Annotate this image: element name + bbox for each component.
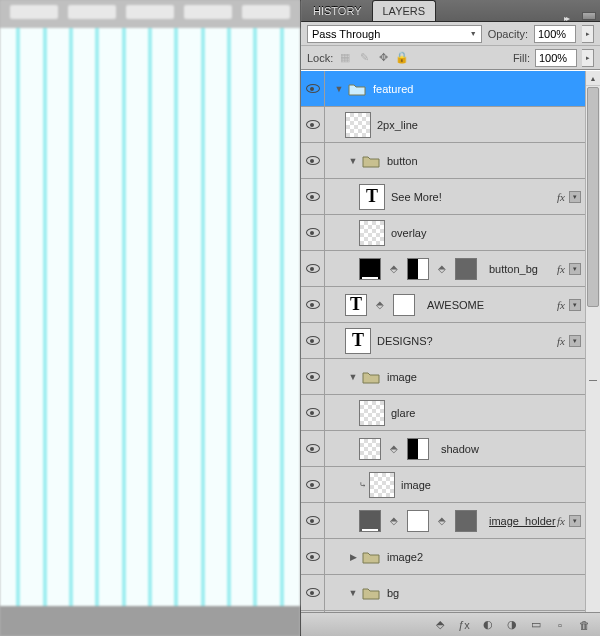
visibility-toggle[interactable]	[301, 251, 325, 286]
fx-badge[interactable]: fx	[557, 515, 569, 527]
layer-row[interactable]: TSee More!fx▾	[301, 179, 585, 215]
layer-row[interactable]: ⬘⬘button_bgfx▾	[301, 251, 585, 287]
layer-row[interactable]: overlay	[301, 215, 585, 251]
layer-style-icon[interactable]: ƒx	[454, 616, 474, 634]
eye-icon	[306, 264, 320, 273]
fill-flyout-icon[interactable]: ▸	[582, 49, 594, 67]
fx-expand-icon[interactable]: ▾	[569, 191, 581, 203]
visibility-toggle[interactable]	[301, 431, 325, 466]
layer-row[interactable]: glare	[301, 395, 585, 431]
layer-name[interactable]: image	[401, 479, 431, 491]
layer-row[interactable]: ▼image	[301, 359, 585, 395]
fx-expand-icon[interactable]: ▾	[569, 263, 581, 275]
layer-name[interactable]: 2px_line	[377, 119, 418, 131]
visibility-toggle[interactable]	[301, 215, 325, 250]
visibility-toggle[interactable]	[301, 143, 325, 178]
layer-name[interactable]: image2	[387, 551, 423, 563]
layer-name[interactable]: overlay	[391, 227, 426, 239]
adjustment-layer-icon[interactable]: ◑	[502, 616, 522, 634]
visibility-toggle[interactable]	[301, 323, 325, 358]
visibility-toggle[interactable]	[301, 611, 325, 612]
layer-name[interactable]: featured	[373, 83, 413, 95]
link-icon: ⬘	[389, 436, 399, 462]
visibility-toggle[interactable]	[301, 179, 325, 214]
layer-row[interactable]: T⬘AWESOMEfx▾	[301, 287, 585, 323]
scrollbar-thumb[interactable]	[587, 87, 599, 307]
fx-expand-icon[interactable]: ▾	[569, 299, 581, 311]
layer-name[interactable]: See More!	[391, 191, 442, 203]
layer-row[interactable]: ⬘shadow	[301, 431, 585, 467]
visibility-toggle[interactable]	[301, 539, 325, 574]
layer-row[interactable]: ▼bg	[301, 575, 585, 611]
layer-row[interactable]: ⬘featured_bg	[301, 611, 585, 612]
lock-position-icon[interactable]: ✥	[376, 51, 390, 65]
layer-row[interactable]: ⤷image	[301, 467, 585, 503]
fx-badge[interactable]: fx	[557, 191, 569, 203]
opacity-flyout-icon[interactable]: ▸	[582, 25, 594, 43]
layer-name[interactable]: shadow	[441, 443, 479, 455]
dropdown-arrow-icon: ▼	[470, 30, 477, 37]
eye-icon	[306, 408, 320, 417]
layer-row[interactable]: ▼featured	[301, 71, 585, 107]
visibility-toggle[interactable]	[301, 395, 325, 430]
lock-transparency-icon[interactable]: ▦	[338, 51, 352, 65]
lock-pixels-icon[interactable]: ✎	[357, 51, 371, 65]
layer-name[interactable]: button_bg	[489, 263, 538, 275]
pixel-thumb	[345, 112, 371, 138]
opacity-input[interactable]: 100%	[534, 25, 576, 43]
layer-row[interactable]: TDESIGNS?fx▾	[301, 323, 585, 359]
layer-name[interactable]: bg	[387, 587, 399, 599]
visibility-toggle[interactable]	[301, 503, 325, 538]
folder-icon	[361, 148, 381, 174]
eye-icon	[306, 444, 320, 453]
fx-badge[interactable]: fx	[557, 335, 569, 347]
panel-menu-icon[interactable]	[582, 12, 596, 20]
twisty-icon[interactable]: ▼	[347, 587, 359, 599]
layer-row[interactable]: ▶image2	[301, 539, 585, 575]
layer-name[interactable]: image	[387, 371, 417, 383]
blend-mode-select[interactable]: Pass Through ▼	[307, 25, 482, 43]
visibility-toggle[interactable]	[301, 467, 325, 502]
visibility-toggle[interactable]	[301, 575, 325, 610]
layer-name[interactable]: AWESOME	[427, 299, 484, 311]
visibility-toggle[interactable]	[301, 359, 325, 394]
visibility-toggle[interactable]	[301, 71, 325, 106]
new-group-icon[interactable]: ▭	[526, 616, 546, 634]
tab-history[interactable]: HISTORY	[303, 1, 372, 21]
document-canvas[interactable]	[0, 0, 300, 636]
layer-name[interactable]: DESIGNS?	[377, 335, 433, 347]
layer-name[interactable]: button	[387, 155, 418, 167]
mask-thumb	[407, 438, 429, 460]
new-layer-icon[interactable]: ▫	[550, 616, 570, 634]
visibility-toggle[interactable]	[301, 107, 325, 142]
twisty-icon[interactable]: ▼	[347, 371, 359, 383]
twisty-icon[interactable]: ▼	[333, 83, 345, 95]
fx-expand-icon[interactable]: ▾	[569, 335, 581, 347]
layer-row[interactable]: ⬘⬘image_holderfx▾	[301, 503, 585, 539]
fx-expand-icon[interactable]: ▾	[569, 515, 581, 527]
layer-name[interactable]: glare	[391, 407, 415, 419]
visibility-toggle[interactable]	[301, 287, 325, 322]
layer-row[interactable]: 2px_line	[301, 107, 585, 143]
tab-layers[interactable]: LAYERS	[372, 0, 437, 21]
shape-thumb	[455, 258, 477, 280]
scrollbar[interactable]: ▲	[585, 71, 600, 612]
fx-badge[interactable]: fx	[557, 263, 569, 275]
twisty-icon[interactable]: ▼	[347, 155, 359, 167]
opacity-label: Opacity:	[488, 28, 528, 40]
layer-name[interactable]: image_holder	[489, 515, 556, 527]
layer-row[interactable]: ▼button	[301, 143, 585, 179]
scroll-up-icon[interactable]: ▲	[586, 71, 600, 86]
eye-icon	[306, 336, 320, 345]
link-icon: ⬘	[437, 508, 447, 534]
twisty-icon[interactable]: ▶	[347, 551, 359, 563]
fx-badge[interactable]: fx	[557, 299, 569, 311]
link-layers-icon[interactable]: ⬘	[430, 616, 450, 634]
pixel-thumb	[359, 400, 385, 426]
layer-mask-icon[interactable]: ◐	[478, 616, 498, 634]
lock-all-icon[interactable]: 🔒	[395, 51, 409, 65]
panel-collapse-icon[interactable]	[564, 11, 576, 21]
eye-icon	[306, 84, 320, 93]
fill-input[interactable]: 100%	[535, 49, 577, 67]
delete-layer-icon[interactable]: 🗑	[574, 616, 594, 634]
